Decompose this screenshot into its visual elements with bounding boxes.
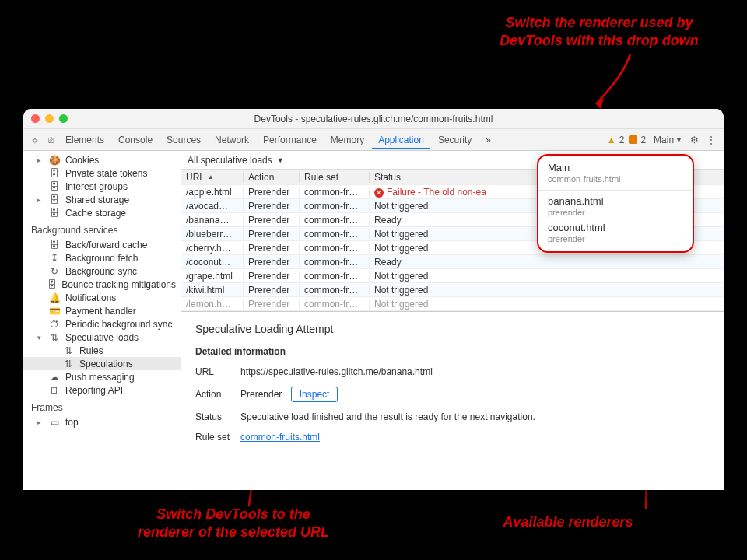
dropdown-item-main: Main <box>548 162 683 174</box>
device-toolbar-icon[interactable]: ⎚ <box>44 135 58 145</box>
sidebar-item[interactable]: ▾⇅Speculative loads <box>23 331 181 344</box>
tab-console[interactable]: Console <box>112 131 159 149</box>
detail-url-key: URL <box>195 366 240 377</box>
sidebar-item-label: Periodic background sync <box>65 319 172 330</box>
sidebar-item[interactable]: 🗄Back/forward cache <box>23 238 181 251</box>
table-cell: Prerender <box>244 215 300 226</box>
table-row[interactable]: /coconut…Prerendercommon-fr…Ready <box>181 255 724 269</box>
tab-bar: ⟡ ⎚ Elements Console Sources Network Per… <box>23 129 724 151</box>
col-ruleset[interactable]: Rule set <box>300 172 370 183</box>
sidebar-item[interactable]: ⇅Rules <box>23 344 181 357</box>
sidebar-item[interactable]: 🗄Private state tokens <box>23 166 181 180</box>
sort-ascending-icon: ▲ <box>208 173 214 180</box>
sidebar-item[interactable]: 🗄Interest groups <box>23 180 181 193</box>
sidebar-item-label: Notifications <box>65 292 116 303</box>
table-row[interactable]: /lemon.h…Prerendercommon-fr…Not triggere… <box>181 297 724 311</box>
sidebar-item-label: Cache storage <box>65 208 126 219</box>
sidebar-item[interactable]: ☁Push messaging <box>23 370 181 383</box>
sidebar-item[interactable]: ▸🗄Shared storage <box>23 193 181 206</box>
sidebar-item[interactable]: ▸▭top <box>23 415 181 429</box>
detail-subheading: Detailed information <box>195 346 710 357</box>
dropdown-item[interactable]: Maincommon-fruits.html <box>538 160 693 187</box>
sidebar-heading: Background services <box>23 219 181 238</box>
disclosure-triangle-icon: ▸ <box>37 156 44 164</box>
tab-more[interactable]: » <box>479 131 497 149</box>
renderer-dropdown-menu: Maincommon-fruits.htmlbanana.htmlprerend… <box>537 154 694 253</box>
sidebar-item-icon: 🗄 <box>48 181 61 192</box>
sidebar-item-label: Background fetch <box>65 253 138 264</box>
tab-memory[interactable]: Memory <box>324 131 370 149</box>
disclosure-triangle-icon: ▸ <box>37 196 44 204</box>
table-row[interactable]: /grape.htmlPrerendercommon-fr…Not trigge… <box>181 269 724 283</box>
sidebar-item[interactable]: ▸🍪Cookies <box>23 153 181 166</box>
tab-application[interactable]: Application <box>372 131 430 149</box>
inspect-icon[interactable]: ⟡ <box>28 135 42 145</box>
tab-security[interactable]: Security <box>432 131 478 149</box>
table-cell: /coconut… <box>181 257 244 268</box>
detail-action-value: Prerender Inspect <box>240 387 710 402</box>
sidebar-item[interactable]: ⏱Periodic background sync <box>23 317 181 331</box>
zoom-window-button[interactable] <box>59 114 68 123</box>
table-cell: common-fr… <box>300 299 370 310</box>
sidebar-item-icon: ⇅ <box>48 332 61 343</box>
table-cell-status: Not triggered <box>370 285 724 296</box>
settings-icon[interactable]: ⚙ <box>687 135 702 145</box>
col-url[interactable]: URL ▲ <box>181 172 244 183</box>
dropdown-item-sub: prerender <box>548 208 683 219</box>
sidebar-item-label: Interest groups <box>65 181 128 192</box>
dropdown-item[interactable]: banana.htmlprerender <box>538 194 693 220</box>
sidebar: ▸🍪Cookies🗄Private state tokens🗄Interest … <box>23 151 181 490</box>
warning-icon[interactable]: ▲ <box>607 135 616 145</box>
table-cell: /banana… <box>181 215 244 226</box>
sidebar-item-label: Bounce tracking mitigations <box>61 279 176 290</box>
sidebar-item[interactable]: 🗄Bounce tracking mitigations <box>23 278 181 291</box>
minimize-window-button[interactable] <box>45 114 54 123</box>
detail-ruleset-link[interactable]: common-fruits.html <box>240 432 320 443</box>
sidebar-item-icon: 🗄 <box>48 194 61 205</box>
dropdown-item-sub: prerender <box>548 234 683 245</box>
chevron-down-icon: ▼ <box>277 156 284 164</box>
sidebar-item-icon: ⇅ <box>62 359 75 369</box>
tab-sources[interactable]: Sources <box>160 131 207 149</box>
sidebar-item-icon: 💳 <box>48 306 61 317</box>
inspect-button[interactable]: Inspect <box>291 387 338 402</box>
detail-status-value: Speculative load finished and the result… <box>240 411 710 422</box>
disclosure-triangle-icon: ▾ <box>37 334 44 341</box>
tab-elements[interactable]: Elements <box>59 131 110 149</box>
sidebar-item-label: Speculations <box>79 359 133 369</box>
sidebar-item-label: Background sync <box>65 266 137 277</box>
dropdown-item-sub: common-fruits.html <box>548 174 683 185</box>
table-cell: /apple.html <box>181 187 244 198</box>
table-cell: common-fr… <box>300 257 370 268</box>
sidebar-item-label: Private state tokens <box>65 168 147 179</box>
table-cell: common-fr… <box>300 229 370 240</box>
kebab-icon[interactable]: ⋮ <box>703 135 719 145</box>
close-window-button[interactable] <box>31 114 40 123</box>
disclosure-triangle-icon: ▸ <box>37 418 44 426</box>
arrow-top <box>591 53 654 115</box>
sidebar-item[interactable]: 🗄Cache storage <box>23 206 181 219</box>
tab-network[interactable]: Network <box>209 131 255 149</box>
dropdown-item[interactable]: coconut.htmlprerender <box>538 220 693 247</box>
detail-pane: Speculative Loading Attempt Detailed inf… <box>181 311 724 452</box>
sidebar-item[interactable]: 💳Payment handler <box>23 304 181 317</box>
table-row[interactable]: /kiwi.htmlPrerendercommon-fr…Not trigger… <box>181 283 724 297</box>
table-cell-status: Not triggered <box>370 271 724 282</box>
sidebar-item-label: Rules <box>79 345 103 356</box>
sidebar-item-icon: 🗄 <box>48 240 61 250</box>
col-action[interactable]: Action <box>244 172 300 183</box>
sidebar-item[interactable]: ↻Background sync <box>23 264 181 278</box>
sidebar-item[interactable]: ⇅Speculations <box>23 357 181 370</box>
table-cell: Prerender <box>244 229 300 240</box>
issues-icon[interactable] <box>629 135 637 144</box>
sidebar-item[interactable]: 🔔Notifications <box>23 291 181 304</box>
table-cell: common-fr… <box>300 271 370 282</box>
tab-performance[interactable]: Performance <box>257 131 323 149</box>
sidebar-item-label: Back/forward cache <box>65 240 147 250</box>
renderer-dropdown-button[interactable]: Main ▼ <box>654 135 682 145</box>
table-cell: /kiwi.html <box>181 285 244 296</box>
sidebar-item[interactable]: ↧Background fetch <box>23 251 181 264</box>
sidebar-item-icon: ☁ <box>48 372 61 383</box>
sidebar-item[interactable]: 🗒Reporting API <box>23 383 181 397</box>
titlebar: DevTools - speculative-rules.glitch.me/c… <box>23 109 724 129</box>
